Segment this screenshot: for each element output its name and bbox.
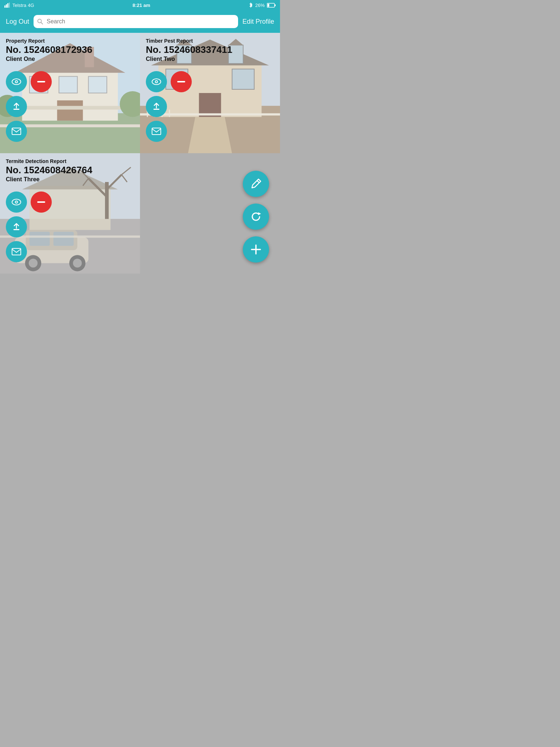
email-icon-2 xyxy=(152,128,161,135)
upload-icon-2 xyxy=(152,102,161,111)
minus-icon-3 xyxy=(37,201,45,203)
upload-button-1[interactable] xyxy=(6,96,27,117)
search-input[interactable] xyxy=(34,15,238,28)
email-icon-3 xyxy=(12,248,21,255)
svg-rect-49 xyxy=(153,109,159,110)
action-row-2b xyxy=(146,96,274,117)
signal-icon xyxy=(4,3,11,8)
status-left: Telstra 4G xyxy=(4,3,34,8)
svg-rect-74 xyxy=(37,201,45,203)
minus-icon-1 xyxy=(37,81,45,83)
svg-line-77 xyxy=(257,181,259,183)
card-client-3: Client Three xyxy=(6,176,134,183)
svg-rect-75 xyxy=(13,229,19,230)
status-bar: Telstra 4G 8:21 am 26% xyxy=(0,0,280,10)
card-number-2: No. 1524608337411 xyxy=(146,44,274,55)
report-card-3: Termite Detection Report No. 15246084267… xyxy=(0,153,140,274)
card-content-3: Termite Detection Report No. 15246084267… xyxy=(0,153,140,188)
svg-rect-48 xyxy=(177,81,185,82)
svg-marker-79 xyxy=(258,212,261,215)
battery-icon xyxy=(267,3,276,8)
report-type-1: Property Report xyxy=(6,38,134,44)
svg-point-24 xyxy=(16,81,17,82)
upload-icon-1 xyxy=(12,102,21,111)
logout-button[interactable]: Log Out xyxy=(6,18,29,26)
status-right: 26% xyxy=(249,2,276,8)
view-button-1[interactable] xyxy=(6,71,27,92)
action-row-1a xyxy=(6,71,134,92)
action-row-2c xyxy=(146,121,274,142)
view-button-2[interactable] xyxy=(146,71,167,92)
card-client-2: Client Two xyxy=(146,56,274,62)
card-actions-3 xyxy=(0,188,140,266)
upload-button-3[interactable] xyxy=(6,216,27,237)
report-type-3: Termite Detection Report xyxy=(6,158,134,164)
pencil-icon xyxy=(250,178,262,190)
email-button-3[interactable] xyxy=(6,241,27,262)
plus-icon xyxy=(250,244,262,255)
nav-bar: Log Out Edit Profile xyxy=(0,10,280,33)
card-actions-2 xyxy=(140,67,280,146)
battery-label: 26% xyxy=(255,3,265,8)
svg-rect-26 xyxy=(13,109,19,110)
bluetooth-icon xyxy=(249,2,253,8)
card-content-1: Property Report No. 1524608172936 Client… xyxy=(0,33,140,67)
svg-rect-76 xyxy=(12,248,21,255)
delete-button-2[interactable] xyxy=(171,71,192,92)
action-row-3c xyxy=(6,241,134,262)
svg-rect-6 xyxy=(268,4,269,7)
network-label: 4G xyxy=(28,3,34,8)
add-fab-button[interactable] xyxy=(243,236,269,263)
minus-icon-2 xyxy=(177,81,185,83)
card-client-1: Client One xyxy=(6,56,134,62)
svg-rect-3 xyxy=(9,3,10,8)
action-row-1b xyxy=(6,96,134,117)
report-card-2: Timber Pest Report No. 1524608337411 Cli… xyxy=(140,33,280,153)
action-row-1c xyxy=(6,121,134,142)
upload-icon-3 xyxy=(12,222,21,231)
svg-rect-0 xyxy=(4,5,5,8)
action-row-3b xyxy=(6,216,134,237)
delete-button-3[interactable] xyxy=(31,191,52,213)
svg-point-73 xyxy=(16,201,17,203)
svg-rect-2 xyxy=(7,3,8,8)
email-icon-1 xyxy=(12,128,21,135)
svg-rect-50 xyxy=(152,128,161,135)
card-content-2: Timber Pest Report No. 1524608337411 Cli… xyxy=(140,33,280,67)
refresh-icon xyxy=(250,211,262,222)
fab-container xyxy=(243,171,269,263)
action-row-2a xyxy=(146,71,274,92)
card-number-3: No. 1524608426764 xyxy=(6,165,134,175)
report-type-2: Timber Pest Report xyxy=(146,38,274,44)
email-button-2[interactable] xyxy=(146,121,167,142)
eye-icon-3 xyxy=(12,199,21,205)
card-number-1: No. 1524608172936 xyxy=(6,44,134,55)
eye-icon-1 xyxy=(12,78,21,85)
view-button-3[interactable] xyxy=(6,191,27,213)
action-row-3a xyxy=(6,191,134,213)
status-time: 8:21 am xyxy=(133,3,150,8)
edit-profile-button[interactable]: Edit Profile xyxy=(242,18,274,26)
eye-icon-2 xyxy=(152,78,161,85)
main-content: Property Report No. 1524608172936 Client… xyxy=(0,33,280,274)
report-card-1: Property Report No. 1524608172936 Client… xyxy=(0,33,140,153)
carrier-label: Telstra xyxy=(12,3,26,8)
email-button-1[interactable] xyxy=(6,121,27,142)
search-wrapper xyxy=(34,15,238,28)
svg-rect-25 xyxy=(37,81,45,82)
svg-rect-27 xyxy=(12,128,21,135)
card-actions-1 xyxy=(0,67,140,146)
svg-point-47 xyxy=(156,81,157,82)
svg-rect-1 xyxy=(6,4,7,8)
bottom-right-area xyxy=(140,153,280,274)
svg-rect-5 xyxy=(275,4,276,6)
delete-button-1[interactable] xyxy=(31,71,52,92)
upload-button-2[interactable] xyxy=(146,96,167,117)
edit-fab-button[interactable] xyxy=(243,171,269,197)
refresh-fab-button[interactable] xyxy=(243,204,269,230)
